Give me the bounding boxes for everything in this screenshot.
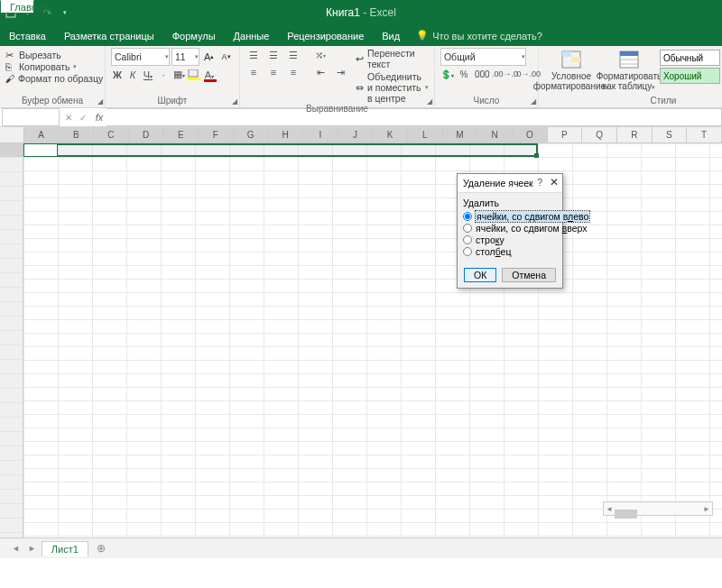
col-header[interactable]: N: [477, 127, 513, 142]
select-all-corner[interactable]: [0, 127, 24, 143]
col-header[interactable]: S: [653, 127, 688, 142]
row-header[interactable]: [0, 302, 23, 317]
col-header[interactable]: I: [303, 127, 338, 142]
merge-center-button[interactable]: ⇔Объединить и поместить в центре▾: [356, 71, 429, 104]
row-header[interactable]: [0, 244, 23, 259]
scroll-left-icon[interactable]: ◄: [604, 505, 615, 513]
row-header[interactable]: [0, 418, 23, 432]
dialog-launcher-icon[interactable]: ◢: [232, 97, 237, 106]
row-header[interactable]: [0, 259, 23, 273]
row-header[interactable]: [0, 461, 23, 475]
orientation-icon[interactable]: ⤭▾: [312, 48, 329, 62]
row-header[interactable]: [0, 403, 23, 418]
cell-style-good[interactable]: Хороший: [660, 68, 720, 84]
row-header[interactable]: [0, 158, 23, 172]
col-header[interactable]: K: [373, 127, 408, 142]
cancel-formula-icon[interactable]: ✕: [63, 113, 74, 123]
underline-button[interactable]: Ч▾: [142, 69, 154, 80]
font-select[interactable]: Calibri▾: [111, 48, 170, 66]
italic-button[interactable]: К: [126, 69, 139, 80]
cut-button[interactable]: ✂Вырезать: [5, 50, 99, 60]
row-header[interactable]: [0, 143, 23, 158]
col-header[interactable]: B: [59, 127, 94, 142]
col-header[interactable]: R: [617, 127, 653, 142]
row-header[interactable]: [0, 504, 23, 519]
row-header[interactable]: [0, 345, 23, 360]
row-header[interactable]: [0, 533, 23, 537]
tab-review[interactable]: Рецензирование: [278, 25, 373, 46]
ok-button[interactable]: ОК: [464, 268, 496, 282]
align-bottom-icon[interactable]: ☰: [285, 48, 301, 62]
col-header[interactable]: O: [513, 127, 548, 142]
bold-button[interactable]: Ж: [111, 69, 124, 80]
radio-entire-row[interactable]: строку: [463, 234, 557, 245]
align-middle-icon[interactable]: ☰: [265, 48, 282, 62]
row-header[interactable]: [0, 288, 23, 302]
sheet-nav-prev-icon[interactable]: ◄: [9, 544, 23, 553]
decrease-decimal-icon[interactable]: .0→.00: [514, 69, 532, 79]
comma-icon[interactable]: 000: [475, 69, 487, 79]
col-header[interactable]: E: [163, 127, 199, 142]
tab-view[interactable]: Вид: [373, 25, 409, 46]
increase-decimal-icon[interactable]: .00→.0: [492, 69, 510, 79]
number-format-select[interactable]: Общий▾: [440, 48, 526, 66]
row-header[interactable]: [0, 374, 23, 389]
dialog-launcher-icon[interactable]: ◢: [97, 97, 103, 106]
enter-formula-icon[interactable]: ✓: [78, 113, 88, 123]
sheet-nav-next-icon[interactable]: ►: [25, 544, 39, 553]
format-painter-button[interactable]: 🖌Формат по образцу: [5, 73, 99, 84]
grow-font-icon[interactable]: A▴: [201, 49, 217, 65]
close-icon[interactable]: ✕: [550, 176, 559, 188]
col-header[interactable]: A: [24, 127, 60, 142]
name-box[interactable]: [2, 108, 60, 126]
sheet-tab[interactable]: Лист1: [42, 541, 88, 556]
outdent-icon[interactable]: ⇤: [312, 65, 329, 79]
col-header[interactable]: L: [408, 127, 443, 142]
font-color-button[interactable]: A▾: [203, 69, 216, 80]
align-top-icon[interactable]: ☰: [245, 48, 262, 62]
wrap-text-button[interactable]: ↩Перенести текст: [356, 48, 429, 69]
shrink-font-icon[interactable]: A▾: [218, 49, 234, 65]
row-header[interactable]: [0, 432, 23, 446]
col-header[interactable]: F: [199, 127, 234, 142]
row-header[interactable]: [0, 172, 23, 187]
col-header[interactable]: C: [94, 127, 129, 142]
conditional-formatting-button[interactable]: Условное форматирование▾: [544, 48, 598, 91]
row-header[interactable]: [0, 389, 23, 403]
fill-handle[interactable]: [534, 153, 539, 158]
tab-home[interactable]: Главная: [0, 0, 34, 14]
cells-area[interactable]: [23, 143, 722, 537]
col-header[interactable]: T: [687, 127, 722, 142]
row-header[interactable]: [0, 331, 23, 345]
font-size-select[interactable]: 11▾: [171, 48, 199, 66]
col-header[interactable]: J: [338, 127, 374, 142]
cell-style-normal[interactable]: Обычный: [660, 50, 720, 66]
percent-icon[interactable]: %: [458, 69, 470, 79]
border-button[interactable]: ▦▾: [172, 69, 185, 80]
scroll-thumb[interactable]: [615, 510, 637, 519]
dialog-launcher-icon[interactable]: ◢: [427, 97, 432, 106]
col-header[interactable]: P: [548, 127, 583, 142]
row-header[interactable]: [0, 230, 23, 244]
col-header[interactable]: M: [443, 127, 478, 142]
radio-shift-up[interactable]: ячейки, со сдвигом вверх: [463, 223, 557, 234]
row-header[interactable]: [0, 201, 23, 216]
tab-layout[interactable]: Разметка страницы: [55, 25, 163, 46]
tab-insert[interactable]: Вставка: [0, 25, 55, 46]
help-icon[interactable]: ?: [537, 177, 542, 188]
cancel-button[interactable]: Отмена: [502, 268, 556, 282]
accounting-icon[interactable]: 💲▾: [440, 69, 453, 79]
tell-me[interactable]: 💡 Что вы хотите сделать?: [416, 25, 542, 46]
fx-icon[interactable]: fx: [92, 112, 106, 123]
indent-icon[interactable]: ⇥: [332, 65, 348, 79]
row-header[interactable]: [0, 273, 23, 288]
align-left-icon[interactable]: ≡: [245, 65, 262, 79]
tab-formulas[interactable]: Формулы: [163, 25, 225, 46]
row-header[interactable]: [0, 216, 23, 230]
col-header[interactable]: D: [129, 127, 164, 142]
row-header[interactable]: [0, 317, 23, 331]
radio-shift-left[interactable]: ячейки, со сдвигом влево: [463, 211, 557, 222]
col-header[interactable]: G: [234, 127, 269, 142]
row-header[interactable]: [0, 475, 23, 490]
qa-dropdown-icon[interactable]: ▾: [60, 7, 70, 18]
